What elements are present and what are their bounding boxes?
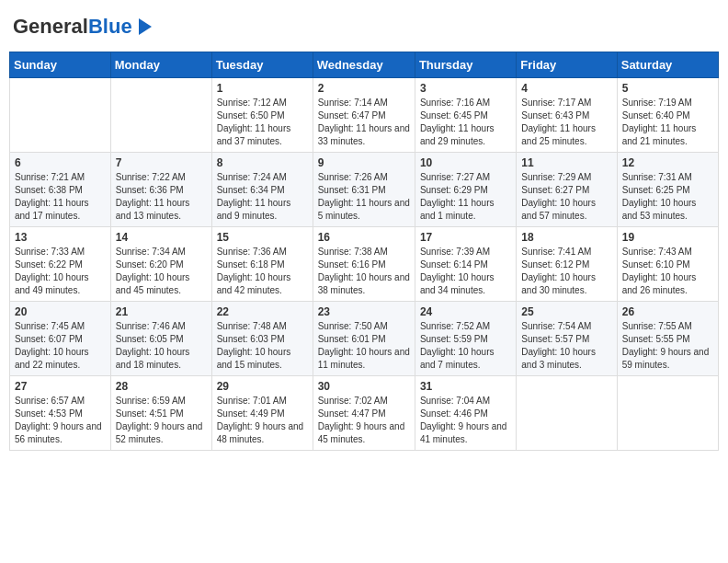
calendar-cell — [10, 78, 111, 153]
calendar-cell: 23Sunrise: 7:50 AM Sunset: 6:01 PM Dayli… — [313, 302, 415, 376]
day-number: 5 — [622, 82, 713, 95]
day-info: Sunrise: 7:39 AM Sunset: 6:14 PM Dayligh… — [420, 246, 511, 297]
calendar-cell: 5Sunrise: 7:19 AM Sunset: 6:40 PM Daylig… — [617, 78, 718, 153]
day-info: Sunrise: 7:17 AM Sunset: 6:43 PM Dayligh… — [521, 97, 611, 148]
day-info: Sunrise: 7:33 AM Sunset: 6:22 PM Dayligh… — [15, 246, 106, 297]
day-info: Sunrise: 7:12 AM Sunset: 6:50 PM Dayligh… — [217, 97, 308, 148]
day-number: 15 — [217, 231, 308, 244]
calendar-cell: 21Sunrise: 7:46 AM Sunset: 6:05 PM Dayli… — [110, 302, 211, 376]
day-info: Sunrise: 7:43 AM Sunset: 6:10 PM Dayligh… — [622, 246, 713, 297]
day-number: 13 — [15, 231, 106, 244]
calendar-cell: 14Sunrise: 7:34 AM Sunset: 6:20 PM Dayli… — [110, 227, 211, 302]
day-number: 17 — [420, 231, 511, 244]
calendar-week-5: 27Sunrise: 6:57 AM Sunset: 4:53 PM Dayli… — [10, 376, 719, 451]
day-number: 14 — [116, 231, 207, 244]
calendar-cell: 29Sunrise: 7:01 AM Sunset: 4:49 PM Dayli… — [211, 376, 313, 451]
day-info: Sunrise: 7:02 AM Sunset: 4:47 PM Dayligh… — [318, 395, 410, 446]
day-number: 29 — [217, 380, 308, 393]
day-number: 7 — [116, 156, 207, 169]
day-number: 2 — [318, 82, 410, 95]
day-number: 12 — [622, 156, 713, 169]
day-info: Sunrise: 7:38 AM Sunset: 6:16 PM Dayligh… — [318, 246, 410, 297]
day-info: Sunrise: 7:54 AM Sunset: 5:57 PM Dayligh… — [521, 320, 611, 372]
day-info: Sunrise: 6:59 AM Sunset: 4:51 PM Dayligh… — [116, 395, 207, 446]
page-header: GeneralBlue — [9, 9, 719, 44]
logo-general-text: General — [13, 17, 88, 37]
calendar-cell: 20Sunrise: 7:45 AM Sunset: 6:07 PM Dayli… — [10, 302, 111, 376]
day-header-thursday: Thursday — [415, 52, 516, 78]
day-info: Sunrise: 7:50 AM Sunset: 6:01 PM Dayligh… — [318, 320, 410, 372]
logo: GeneralBlue — [13, 17, 155, 37]
day-number: 28 — [116, 380, 207, 393]
day-info: Sunrise: 7:46 AM Sunset: 6:05 PM Dayligh… — [116, 320, 207, 372]
day-info: Sunrise: 6:57 AM Sunset: 4:53 PM Dayligh… — [15, 395, 106, 446]
calendar-cell: 24Sunrise: 7:52 AM Sunset: 5:59 PM Dayli… — [415, 302, 516, 376]
calendar-cell: 30Sunrise: 7:02 AM Sunset: 4:47 PM Dayli… — [313, 376, 415, 451]
day-header-wednesday: Wednesday — [313, 52, 415, 78]
svg-marker-0 — [139, 18, 152, 35]
day-header-saturday: Saturday — [617, 52, 718, 78]
calendar-cell: 1Sunrise: 7:12 AM Sunset: 6:50 PM Daylig… — [211, 78, 313, 153]
calendar-table: SundayMondayTuesdayWednesdayThursdayFrid… — [9, 52, 719, 451]
calendar-cell: 4Sunrise: 7:17 AM Sunset: 6:43 PM Daylig… — [517, 78, 617, 153]
calendar-cell — [517, 376, 617, 451]
day-number: 1 — [217, 82, 308, 95]
calendar-week-4: 20Sunrise: 7:45 AM Sunset: 6:07 PM Dayli… — [10, 302, 719, 376]
day-number: 11 — [521, 156, 611, 169]
calendar-cell: 11Sunrise: 7:29 AM Sunset: 6:27 PM Dayli… — [517, 153, 617, 227]
day-number: 6 — [15, 156, 106, 169]
day-header-monday: Monday — [110, 52, 211, 78]
calendar-cell: 7Sunrise: 7:22 AM Sunset: 6:36 PM Daylig… — [110, 153, 211, 227]
day-info: Sunrise: 7:21 AM Sunset: 6:38 PM Dayligh… — [15, 171, 106, 223]
calendar-cell: 6Sunrise: 7:21 AM Sunset: 6:38 PM Daylig… — [10, 153, 111, 227]
day-number: 18 — [521, 231, 611, 244]
logo-blue-text: Blue — [88, 17, 132, 37]
day-number: 4 — [521, 82, 611, 95]
day-number: 16 — [318, 231, 410, 244]
day-number: 21 — [116, 305, 207, 318]
day-info: Sunrise: 7:34 AM Sunset: 6:20 PM Dayligh… — [116, 246, 207, 297]
calendar-cell: 9Sunrise: 7:26 AM Sunset: 6:31 PM Daylig… — [313, 153, 415, 227]
day-info: Sunrise: 7:31 AM Sunset: 6:25 PM Dayligh… — [622, 171, 713, 223]
calendar-cell: 12Sunrise: 7:31 AM Sunset: 6:25 PM Dayli… — [617, 153, 718, 227]
calendar-week-2: 6Sunrise: 7:21 AM Sunset: 6:38 PM Daylig… — [10, 153, 719, 227]
day-number: 20 — [15, 305, 106, 318]
day-number: 10 — [420, 156, 511, 169]
calendar-cell: 27Sunrise: 6:57 AM Sunset: 4:53 PM Dayli… — [10, 376, 111, 451]
day-info: Sunrise: 7:29 AM Sunset: 6:27 PM Dayligh… — [521, 171, 611, 223]
day-number: 27 — [15, 380, 106, 393]
day-number: 19 — [622, 231, 713, 244]
calendar-cell: 16Sunrise: 7:38 AM Sunset: 6:16 PM Dayli… — [313, 227, 415, 302]
day-header-friday: Friday — [517, 52, 617, 78]
day-header-tuesday: Tuesday — [211, 52, 313, 78]
day-number: 25 — [521, 305, 611, 318]
day-info: Sunrise: 7:04 AM Sunset: 4:46 PM Dayligh… — [420, 395, 511, 446]
calendar-cell — [617, 376, 718, 451]
calendar-header-row: SundayMondayTuesdayWednesdayThursdayFrid… — [10, 52, 719, 78]
day-info: Sunrise: 7:27 AM Sunset: 6:29 PM Dayligh… — [420, 171, 511, 223]
calendar-cell — [110, 78, 211, 153]
calendar-cell: 17Sunrise: 7:39 AM Sunset: 6:14 PM Dayli… — [415, 227, 516, 302]
logo-icon — [135, 17, 155, 37]
day-header-sunday: Sunday — [10, 52, 111, 78]
calendar-week-1: 1Sunrise: 7:12 AM Sunset: 6:50 PM Daylig… — [10, 78, 719, 153]
day-info: Sunrise: 7:48 AM Sunset: 6:03 PM Dayligh… — [217, 320, 308, 372]
day-number: 31 — [420, 380, 511, 393]
calendar-cell: 10Sunrise: 7:27 AM Sunset: 6:29 PM Dayli… — [415, 153, 516, 227]
calendar-cell: 19Sunrise: 7:43 AM Sunset: 6:10 PM Dayli… — [617, 227, 718, 302]
day-info: Sunrise: 7:16 AM Sunset: 6:45 PM Dayligh… — [420, 97, 511, 148]
calendar-cell: 26Sunrise: 7:55 AM Sunset: 5:55 PM Dayli… — [617, 302, 718, 376]
day-info: Sunrise: 7:22 AM Sunset: 6:36 PM Dayligh… — [116, 171, 207, 223]
calendar-cell: 15Sunrise: 7:36 AM Sunset: 6:18 PM Dayli… — [211, 227, 313, 302]
day-number: 23 — [318, 305, 410, 318]
day-number: 30 — [318, 380, 410, 393]
day-number: 26 — [622, 305, 713, 318]
day-number: 24 — [420, 305, 511, 318]
calendar-cell: 28Sunrise: 6:59 AM Sunset: 4:51 PM Dayli… — [110, 376, 211, 451]
day-number: 22 — [217, 305, 308, 318]
calendar-cell: 18Sunrise: 7:41 AM Sunset: 6:12 PM Dayli… — [517, 227, 617, 302]
day-info: Sunrise: 7:41 AM Sunset: 6:12 PM Dayligh… — [521, 246, 611, 297]
calendar-cell: 8Sunrise: 7:24 AM Sunset: 6:34 PM Daylig… — [211, 153, 313, 227]
day-info: Sunrise: 7:14 AM Sunset: 6:47 PM Dayligh… — [318, 97, 410, 148]
calendar-cell: 22Sunrise: 7:48 AM Sunset: 6:03 PM Dayli… — [211, 302, 313, 376]
